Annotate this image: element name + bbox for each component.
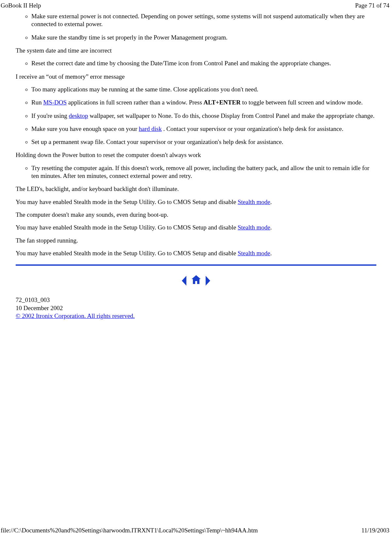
text: .: [270, 250, 272, 257]
list-item: Try resetting the computer again. If thi…: [31, 164, 376, 180]
link-ms-dos[interactable]: MS-DOS: [43, 99, 67, 106]
text: You may have enabled Stealth mode in the…: [16, 224, 238, 231]
link-stealth-mode[interactable]: Stealth mode: [238, 250, 270, 257]
text: Make sure you have enough space on your: [31, 125, 139, 132]
section-heading: The system date and time are incorrect: [16, 47, 376, 55]
text-bold: ALT+ENTER: [204, 99, 241, 106]
list-item: Reset the correct date and time by choos…: [31, 59, 376, 67]
paragraph: You may have enabled Stealth mode in the…: [16, 198, 376, 206]
list-section-2: Reset the correct date and time by choos…: [16, 59, 376, 67]
doc-date: 10 December 2002: [16, 304, 376, 312]
header-title: GoBook II Help: [1, 2, 41, 9]
divider: [16, 264, 376, 266]
section-heading: Holding down the Power button to reset t…: [16, 151, 376, 159]
document-content: Make sure external power is not connecte…: [0, 9, 392, 326]
text: to toggle between full screen and window…: [241, 99, 363, 106]
link-copyright[interactable]: © 2002 Itronix Corporation. All rights r…: [16, 312, 135, 319]
list-item: Set up a permanent swap file. Contact yo…: [31, 138, 376, 146]
nav-next-icon[interactable]: [206, 276, 210, 286]
text: If you're using: [31, 112, 69, 119]
header-page-info: Page 71 of 74: [355, 2, 389, 9]
doc-footer: 72_0103_003 10 December 2002 © 2002 Itro…: [16, 296, 376, 320]
text: Run: [31, 99, 43, 106]
text: You may have enabled Stealth mode in the…: [16, 250, 238, 257]
list-item: Run MS-DOS applications in full screen r…: [31, 99, 376, 106]
list-section-1: Make sure external power is not connecte…: [16, 12, 376, 41]
list-item: Too many applications may be running at …: [31, 86, 376, 93]
paragraph: You may have enabled Stealth mode in the…: [16, 249, 376, 257]
paragraph: The LED's, backlight, and/or keyboard ba…: [16, 185, 376, 193]
paragraph: The computer doesn't make any sounds, ev…: [16, 211, 376, 219]
paragraph: The fan stopped running.: [16, 237, 376, 244]
link-hard-disk[interactable]: hard disk: [139, 125, 162, 132]
list-section-4: Try resetting the computer again. If thi…: [16, 164, 376, 180]
link-stealth-mode[interactable]: Stealth mode: [238, 224, 270, 231]
svg-marker-0: [192, 275, 201, 284]
text: .: [270, 224, 272, 231]
list-item: Make sure external power is not connecte…: [31, 12, 376, 28]
nav-home-icon[interactable]: [191, 274, 202, 287]
nav-prev-icon[interactable]: [182, 276, 186, 286]
section-heading: I receive an “out of memory” error messa…: [16, 73, 376, 81]
paragraph: You may have enabled Stealth mode in the…: [16, 224, 376, 231]
list-item: Make sure you have enough space on your …: [31, 125, 376, 133]
text: .: [270, 198, 272, 205]
link-desktop[interactable]: desktop: [69, 112, 88, 119]
list-section-3: Too many applications may be running at …: [16, 86, 376, 146]
text: wallpaper, set wallpaper to None. To do …: [88, 112, 375, 119]
list-item: Make sure the standby time is set proper…: [31, 34, 376, 41]
text: applications in full screen rather than …: [67, 99, 203, 106]
text: . Contact your supervisor or your organi…: [162, 125, 343, 132]
nav-icons: [16, 274, 376, 287]
list-item: If you're using desktop wallpaper, set w…: [31, 112, 376, 120]
doc-id: 72_0103_003: [16, 296, 376, 304]
text: You may have enabled Stealth mode in the…: [16, 198, 238, 205]
link-stealth-mode[interactable]: Stealth mode: [238, 198, 270, 205]
